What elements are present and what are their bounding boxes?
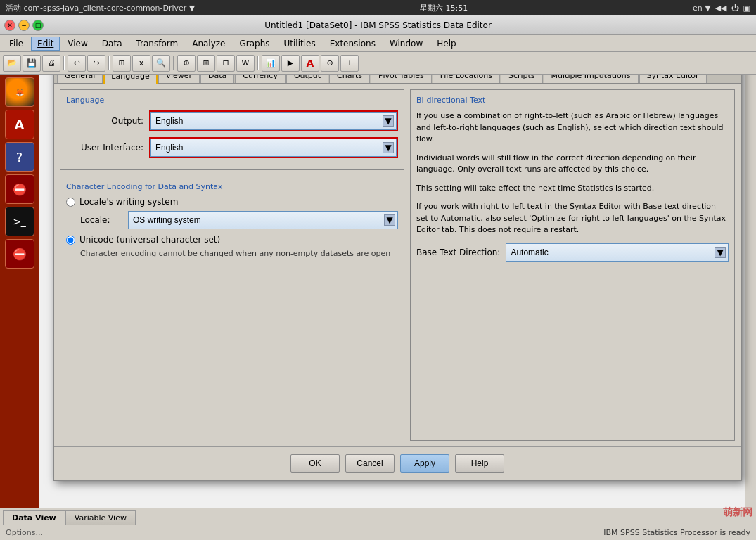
tab-currency[interactable]: Currency (235, 75, 286, 83)
bidir-para3: This setting will take effect the next t… (416, 183, 729, 195)
toolbar-find[interactable]: 🔍 (152, 55, 170, 72)
user-interface-select-wrapper: English French German Spanish ▼ (149, 137, 398, 158)
toolbar-run[interactable]: ▶ (281, 55, 300, 72)
apply-button[interactable]: Apply (400, 454, 449, 472)
toolbar-sep2 (108, 56, 110, 70)
watermark: 萌新网 (723, 506, 752, 519)
bidir-para4: If you work with right-to-left text in t… (416, 201, 729, 236)
ok-button[interactable]: OK (290, 454, 340, 472)
toolbar-chart[interactable]: 📊 (262, 55, 280, 72)
bidir-section: Bi-directional Text If you use a combina… (410, 89, 735, 441)
toolbar-var[interactable]: x (132, 55, 150, 72)
locale-select[interactable]: OS writing system UTF-8 (128, 211, 398, 229)
menu-help[interactable]: Help (430, 37, 462, 51)
app-window: ✕ − □ Untitled1 [DataSet0] - IBM SPSS St… (0, 15, 756, 540)
system-power[interactable]: ⏻ (731, 4, 739, 13)
tab-output[interactable]: Output (286, 75, 328, 83)
tab-general[interactable]: General (57, 75, 103, 83)
locale-radio-row: Locale's writing system (66, 197, 398, 207)
encoding-note: Character encoding cannot be changed whe… (80, 249, 398, 258)
toolbar-undo[interactable]: ↩ (68, 55, 86, 72)
toolbar-weight[interactable]: W (236, 55, 255, 72)
unicode-radio-row: Unicode (universal character set) (66, 235, 398, 245)
tab-pivot-tables[interactable]: Pivot Tables (371, 75, 432, 83)
activity-label[interactable]: 活动 com-spss-java_client-core-common-Driv… (6, 3, 195, 13)
sidebar-terminal-icon[interactable]: >_ (5, 207, 34, 236)
options-dialog: Options ✕ General Language Viewer Data C… (53, 75, 742, 481)
tab-syntax-editor[interactable]: Syntax Editor (639, 75, 707, 83)
menu-graphs[interactable]: Graphs (233, 37, 276, 51)
window-close-btn[interactable]: ✕ (4, 20, 15, 31)
base-direction-row: Base Text Direction: Automatic Left-to-R… (416, 243, 729, 262)
toolbar-open[interactable]: 📂 (3, 55, 21, 72)
status-left: Options... (6, 528, 43, 537)
variable-view-tab[interactable]: Variable View (65, 510, 136, 525)
toolbar-sep1 (63, 56, 65, 70)
sidebar-stop-icon[interactable]: ⛔ (5, 174, 34, 204)
toolbar-sep3 (173, 56, 174, 70)
locale-label: Locale: (80, 215, 122, 225)
system-bar-left: 活动 com-spss-java_client-core-common-Driv… (6, 3, 195, 13)
language-section: Language Output: English French German (60, 89, 404, 170)
menu-data[interactable]: Data (96, 37, 129, 51)
left-panel: Language Output: English French German (60, 89, 404, 441)
locale-radio-label[interactable]: Locale's writing system (79, 197, 178, 207)
base-dir-select[interactable]: Automatic Left-to-Right Right-to-Left (506, 243, 729, 262)
sidebar-help-icon[interactable]: ? (5, 142, 34, 172)
unicode-radio[interactable] (66, 236, 75, 245)
output-select[interactable]: English French German Spanish (150, 112, 397, 130)
toolbar-add[interactable]: + (340, 55, 359, 72)
data-view-tab[interactable]: Data View (3, 510, 65, 525)
system-sound[interactable]: ◀◀ (715, 4, 727, 13)
menu-utilities[interactable]: Utilities (278, 37, 322, 51)
app-titlebar: ✕ − □ Untitled1 [DataSet0] - IBM SPSS St… (0, 15, 756, 35)
toolbar-split[interactable]: ⊟ (217, 55, 235, 72)
base-dir-select-wrapper: Automatic Left-to-Right Right-to-Left ▼ (506, 243, 729, 262)
tab-charts[interactable]: Charts (329, 75, 370, 83)
menu-transform[interactable]: Transform (129, 37, 184, 51)
menu-file[interactable]: File (3, 37, 30, 51)
sidebar-a-icon[interactable]: A (5, 110, 34, 139)
toolbar: 📂 💾 🖨 ↩ ↪ ⊞ x 🔍 ⊕ ⊞ ⊟ W 📊 ▶ A ⊙ + (0, 52, 756, 75)
sidebar-stop2-icon[interactable]: ⛔ (5, 239, 34, 269)
bottom-tabs: Data View Variable View (0, 508, 756, 525)
menu-window[interactable]: Window (383, 37, 429, 51)
tab-file-locations[interactable]: File Locations (433, 75, 500, 83)
unicode-radio-label[interactable]: Unicode (universal character set) (79, 235, 220, 245)
system-bar-right: en ▼ ◀◀ ⏻ ▣ (693, 4, 750, 13)
system-display[interactable]: ▣ (743, 4, 750, 13)
system-lang[interactable]: en ▼ (693, 4, 711, 13)
right-panel: Bi-directional Text If you use a combina… (410, 89, 735, 441)
toolbar-target[interactable]: ⊙ (321, 55, 339, 72)
window-min-btn[interactable]: − (18, 20, 30, 31)
menu-edit[interactable]: Edit (31, 37, 60, 51)
menu-view[interactable]: View (61, 37, 94, 51)
toolbar-insert-cases[interactable]: ⊕ (177, 55, 196, 72)
cancel-button[interactable]: Cancel (345, 454, 395, 472)
toolbar-insert-var[interactable]: ⊞ (197, 55, 215, 72)
system-bar-clock: 星期六 15:51 (420, 3, 468, 13)
locale-radio[interactable] (66, 198, 75, 207)
tab-multiple-imputations[interactable]: Multiple Imputations (544, 75, 639, 83)
toolbar-goto[interactable]: ⊞ (113, 55, 131, 72)
tab-data[interactable]: Data (200, 75, 234, 83)
toolbar-save[interactable]: 💾 (23, 55, 41, 72)
toolbar-redo[interactable]: ↪ (87, 55, 105, 72)
sidebar-firefox[interactable]: 🦊 (5, 77, 34, 107)
menu-analyze[interactable]: Analyze (186, 37, 231, 51)
tab-language[interactable]: Language (103, 75, 157, 84)
window-max-btn[interactable]: □ (32, 20, 44, 31)
user-interface-select[interactable]: English French German Spanish (150, 139, 397, 157)
tab-bar: General Language Viewer Data Currency Ou… (54, 75, 741, 84)
locale-row: Locale: OS writing system UTF-8 ▼ (80, 211, 398, 229)
tab-scripts[interactable]: Scripts (501, 75, 543, 83)
main-content: 🦊 A ? ⛔ >_ ⛔ variables Options ✕ (0, 75, 756, 508)
toolbar-print[interactable]: 🖨 (42, 55, 60, 72)
menu-extensions[interactable]: Extensions (323, 37, 382, 51)
help-button[interactable]: Help (455, 454, 504, 472)
base-dir-label: Base Text Direction: (416, 248, 500, 257)
toolbar-a[interactable]: A (301, 55, 319, 72)
left-sidebar: 🦊 A ? ⛔ >_ ⛔ (0, 75, 39, 508)
user-interface-row: User Interface: English French German Sp… (66, 137, 398, 158)
tab-viewer[interactable]: Viewer (158, 75, 200, 83)
